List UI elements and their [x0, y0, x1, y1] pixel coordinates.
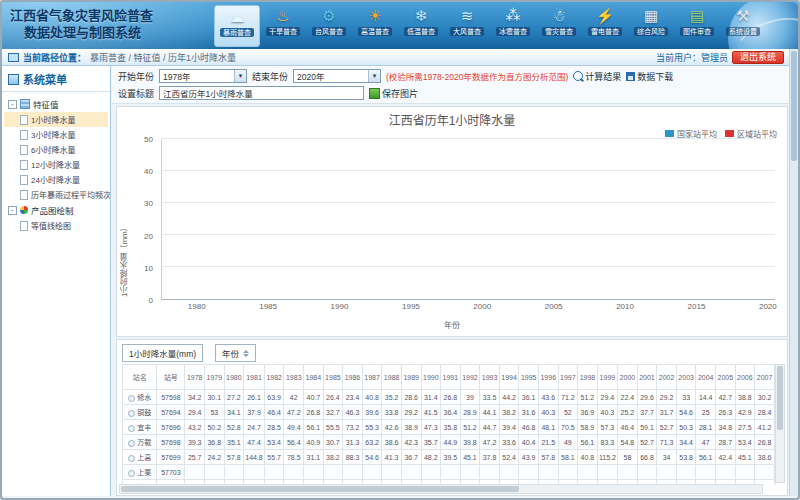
column-header[interactable]: 站号: [157, 365, 185, 390]
year-column-header[interactable]: 1980: [224, 365, 244, 390]
value-cell: 35.2: [382, 390, 402, 405]
column-header[interactable]: 站名: [123, 365, 157, 390]
table-row[interactable]: 宜丰5769643.250.252.824.728.549.456.155.57…: [123, 420, 775, 435]
year-column-header[interactable]: 1990: [421, 365, 441, 390]
toolbar-settings-button[interactable]: ⚒系统设置: [720, 5, 766, 48]
end-year-select[interactable]: 2020年: [293, 69, 381, 83]
sidebar-item[interactable]: 等值线绘图: [4, 218, 108, 233]
monitor-icon: [8, 53, 19, 62]
table-vertical-scrollbar[interactable]: [775, 364, 785, 483]
year-column-header[interactable]: 1983: [284, 365, 304, 390]
year-column-header[interactable]: 1994: [499, 365, 519, 390]
year-column-header[interactable]: 2007: [755, 365, 775, 390]
sidebar-item[interactable]: 6小时降水量: [4, 142, 108, 157]
sidebar-item[interactable]: 1小时降水量: [4, 112, 108, 127]
legend-swatch: [725, 130, 734, 137]
value-cell: 41.2: [755, 420, 775, 435]
breadcrumb[interactable]: 暴雨普查 / 特征值 / 历年1小时降水量: [90, 51, 236, 64]
table-row[interactable]: 修水5759834.230.127.226.163.94240.726.423.…: [123, 390, 775, 405]
value-cell: 59.1: [637, 420, 657, 435]
year-column-header[interactable]: 1982: [264, 365, 284, 390]
year-column-header[interactable]: 1981: [244, 365, 265, 390]
toolbar-snow-button[interactable]: ☃雪灾普查: [536, 5, 582, 48]
toolbar-high-temp-button[interactable]: ☀高温普查: [352, 5, 398, 48]
year-column-header[interactable]: 1997: [558, 365, 578, 390]
toolbar-wind-button[interactable]: ≋大风普查: [444, 5, 490, 48]
year-column-header[interactable]: 1993: [480, 365, 500, 390]
year-column-header[interactable]: 2003: [676, 365, 696, 390]
logout-button[interactable]: 退出系统: [732, 51, 784, 64]
sidebar-item[interactable]: 24小时降水量: [4, 172, 108, 187]
year-column-header[interactable]: 1984: [304, 365, 324, 390]
year-column-header[interactable]: 2000: [618, 365, 638, 390]
year-column-header[interactable]: 1985: [323, 365, 343, 390]
scrollbar-thumb[interactable]: [791, 51, 797, 161]
chart-title-input[interactable]: [159, 86, 364, 100]
toolbar-risk-calc-button[interactable]: ▦综合风险: [628, 5, 674, 48]
sidebar-group[interactable]: -特征值: [4, 96, 108, 112]
year-column-header[interactable]: 1989: [401, 365, 421, 390]
sidebar-item[interactable]: 历年暴雨过程平均频次: [4, 187, 108, 202]
year-column-header[interactable]: 1996: [538, 365, 558, 390]
year-column-header[interactable]: 1995: [519, 365, 539, 390]
table-row[interactable]: 上高5769925.724.257.8144.855.778.531.138.2…: [123, 450, 775, 465]
year-column-header[interactable]: 2006: [735, 365, 755, 390]
year-column-header[interactable]: 1999: [597, 365, 617, 390]
value-cell: 26.4: [323, 390, 343, 405]
x-tick-label: 2005: [545, 302, 563, 311]
value-cell: 63.2: [362, 435, 382, 450]
sidebar-item-label: 12小时降水量: [31, 159, 80, 170]
year-column-header[interactable]: 1979: [205, 365, 225, 390]
toolbar-drought-button[interactable]: ♨干旱普查: [260, 5, 306, 48]
year-group-header[interactable]: 年份: [215, 344, 256, 362]
toolbar-lightning-button[interactable]: ⚡雷电普查: [582, 5, 628, 48]
value-cell: 49: [558, 435, 578, 450]
table-row[interactable]: 上栗57703: [123, 465, 775, 480]
value-cell: 30.7: [323, 435, 343, 450]
toolbar-rainstorm-button[interactable]: ☁暴雨普查: [214, 5, 260, 47]
sidebar-item[interactable]: 3小时降水量: [4, 127, 108, 142]
table-row[interactable]: 万载5769839.336.835.147.453.456.440.930.73…: [123, 435, 775, 450]
value-cell: 40.7: [304, 390, 324, 405]
value-cell: [460, 465, 480, 480]
sidebar-item[interactable]: 12小时降水量: [4, 157, 108, 172]
value-cell: 58: [618, 450, 638, 465]
year-column-header[interactable]: 1978: [185, 365, 205, 390]
value-cell: 37.8: [480, 450, 500, 465]
value-cell: 39.8: [460, 435, 480, 450]
toolbar-low-temp-button[interactable]: ❄低温普查: [398, 5, 444, 48]
year-column-header[interactable]: 2002: [657, 365, 677, 390]
year-column-header[interactable]: 1991: [441, 365, 461, 390]
year-column-header[interactable]: 2005: [716, 365, 736, 390]
scrollbar-thumb[interactable]: [777, 366, 783, 430]
toolbar-hail-button[interactable]: ⁂冰雹普查: [490, 5, 536, 48]
year-column-header[interactable]: 1988: [382, 365, 402, 390]
page-scrollbar[interactable]: [789, 49, 798, 496]
value-cell: 55.3: [362, 420, 382, 435]
download-button[interactable]: 数据下载: [626, 70, 673, 83]
calculate-button[interactable]: 计算结果: [573, 70, 621, 83]
table-row[interactable]: 铜鼓5769429.45334.137.946.447.226.832.746.…: [123, 405, 775, 420]
sidebar-group[interactable]: -产品图绘制: [4, 202, 108, 218]
year-column-header[interactable]: 2004: [696, 365, 716, 390]
scrollbar-thumb[interactable]: [121, 486, 519, 492]
year-column-header[interactable]: 2001: [637, 365, 657, 390]
value-cell: 26.1: [244, 390, 265, 405]
year-column-header[interactable]: 1992: [460, 365, 480, 390]
save-image-button[interactable]: 保存图片: [369, 87, 418, 100]
year-column-header[interactable]: 1998: [578, 365, 598, 390]
year-column-header[interactable]: 1987: [362, 365, 382, 390]
toolbar-map-review-button[interactable]: ▤图件审查: [674, 5, 720, 48]
horizontal-scrollbar[interactable]: [119, 484, 763, 494]
expander-icon[interactable]: -: [8, 206, 17, 215]
table-tab-precip[interactable]: 1小时降水量(mm): [122, 344, 203, 362]
start-year-select[interactable]: 1978年: [159, 69, 247, 83]
expander-icon[interactable]: -: [8, 100, 17, 109]
x-tick-label: 2020: [759, 302, 777, 311]
year-column-header[interactable]: 1986: [343, 365, 363, 390]
value-cell: 46.4: [264, 405, 284, 420]
station-icon: [128, 410, 135, 417]
value-cell: [421, 465, 441, 480]
chart-title-label: 设置标题: [118, 87, 154, 100]
toolbar-typhoon-button[interactable]: ⚙台风普查: [306, 5, 352, 48]
